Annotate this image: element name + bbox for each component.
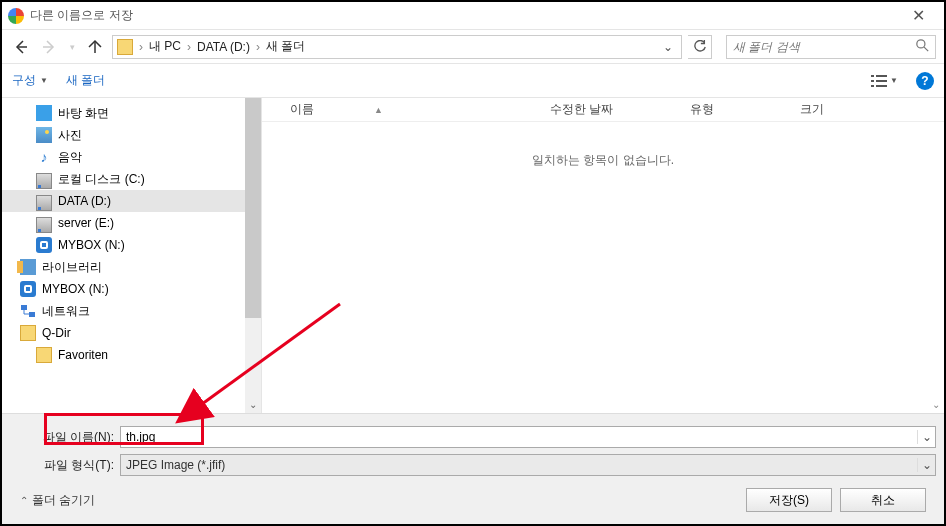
chevron-right-icon[interactable]: ›	[254, 40, 262, 54]
hide-folders-label: 폴더 숨기기	[32, 492, 95, 509]
caret-icon: ⌃	[20, 495, 28, 506]
filetype-label: 파일 형식(T):	[10, 457, 120, 474]
window-title: 다른 이름으로 저장	[30, 7, 898, 24]
filename-label: 파일 이름(N):	[10, 429, 120, 446]
tree-scroll-down[interactable]: ⌄	[245, 397, 261, 413]
tree-item-favoriten[interactable]: Favoriten	[2, 344, 261, 366]
disk-icon	[36, 173, 52, 189]
music-icon: ♪	[36, 149, 52, 165]
folder-icon	[117, 39, 133, 55]
file-scroll-down[interactable]: ⌄	[928, 397, 944, 413]
tree-item-qdir[interactable]: Q-Dir	[2, 322, 261, 344]
desktop-icon	[36, 105, 52, 121]
svg-rect-4	[876, 80, 887, 82]
svg-rect-7	[21, 305, 27, 310]
tree-item-data-d[interactable]: DATA (D:)	[2, 190, 261, 212]
view-options-button[interactable]: ▼	[871, 74, 898, 88]
filetype-combo[interactable]: JPEG Image (*.jfif) ⌄	[120, 454, 936, 476]
help-icon: ?	[921, 74, 928, 88]
mybox-icon	[20, 281, 36, 297]
help-button[interactable]: ?	[916, 72, 934, 90]
tree-item-mybox-n[interactable]: MYBOX (N:)	[2, 234, 261, 256]
view-icon	[871, 74, 887, 88]
dialog-footer: ⌃ 폴더 숨기기 저장(S) 취소	[10, 482, 936, 518]
breadcrumb-drive[interactable]: DATA (D:)	[193, 40, 254, 54]
arrow-right-icon	[41, 39, 57, 55]
search-icon	[916, 39, 929, 55]
organize-label: 구성	[12, 72, 36, 89]
folder-icon	[20, 325, 36, 341]
column-name[interactable]: 이름▲	[280, 101, 540, 118]
libraries-icon	[20, 259, 36, 275]
search-box[interactable]	[726, 35, 936, 59]
new-folder-button[interactable]: 새 폴더	[66, 72, 105, 89]
cancel-button[interactable]: 취소	[840, 488, 926, 512]
tree-item-desktop[interactable]: 바탕 화면	[2, 102, 261, 124]
disk-icon	[36, 195, 52, 211]
back-button[interactable]	[10, 36, 32, 58]
column-size[interactable]: 크기	[790, 101, 834, 118]
column-type[interactable]: 유형	[680, 101, 790, 118]
arrow-up-icon	[87, 39, 103, 55]
mybox-icon	[36, 237, 52, 253]
forward-button[interactable]	[38, 36, 60, 58]
svg-rect-2	[876, 75, 887, 77]
tree-item-server-e[interactable]: server (E:)	[2, 212, 261, 234]
chevron-right-icon[interactable]: ›	[185, 40, 193, 54]
filetype-dropdown[interactable]: ⌄	[917, 458, 935, 472]
tree-item-libraries[interactable]: 라이브러리	[2, 256, 261, 278]
svg-rect-8	[29, 312, 35, 317]
refresh-icon	[693, 40, 707, 54]
filename-input[interactable]	[121, 430, 917, 444]
navbar: ▾ › 내 PC › DATA (D:) › 새 폴더 ⌄	[2, 30, 944, 64]
tree-item-music[interactable]: ♪음악	[2, 146, 261, 168]
filetype-row: 파일 형식(T): JPEG Image (*.jfif) ⌄	[10, 454, 936, 476]
empty-message: 일치하는 항목이 없습니다.	[262, 122, 944, 169]
body: 바탕 화면 사진 ♪음악 로컬 디스크 (C:) DATA (D:) serve…	[2, 98, 944, 413]
tree-item-pictures[interactable]: 사진	[2, 124, 261, 146]
chevron-right-icon[interactable]: ›	[137, 40, 145, 54]
breadcrumb-folder[interactable]: 새 폴더	[262, 38, 309, 55]
address-dropdown[interactable]: ⌄	[659, 40, 677, 54]
chevron-down-icon: ▼	[40, 76, 48, 85]
tree-item-local-disk[interactable]: 로컬 디스크 (C:)	[2, 168, 261, 190]
filename-field[interactable]: ⌄	[120, 426, 936, 448]
titlebar: 다른 이름으로 저장 ✕	[2, 2, 944, 30]
close-button[interactable]: ✕	[898, 6, 938, 25]
tree-item-network[interactable]: 네트워크	[2, 300, 261, 322]
folder-tree: 바탕 화면 사진 ♪음악 로컬 디스크 (C:) DATA (D:) serve…	[2, 98, 262, 413]
file-list: 이름▲ 수정한 날짜 유형 크기 일치하는 항목이 없습니다. ⌄	[262, 98, 944, 413]
tree-item-mybox-n2[interactable]: MYBOX (N:)	[2, 278, 261, 300]
svg-rect-1	[871, 75, 874, 77]
pictures-icon	[36, 127, 52, 143]
breadcrumb-root[interactable]: 내 PC	[145, 38, 185, 55]
up-button[interactable]	[84, 36, 106, 58]
search-input[interactable]	[733, 40, 916, 54]
tree-scroll-thumb[interactable]	[245, 98, 261, 318]
new-folder-label: 새 폴더	[66, 72, 105, 89]
folder-icon	[36, 347, 52, 363]
toolbar: 구성 ▼ 새 폴더 ▼ ?	[2, 64, 944, 98]
refresh-button[interactable]	[688, 35, 712, 59]
svg-rect-3	[871, 80, 874, 82]
column-date[interactable]: 수정한 날짜	[540, 101, 680, 118]
save-as-dialog: 다른 이름으로 저장 ✕ ▾ › 내 PC › DATA (D:) › 새 폴더…	[0, 0, 946, 526]
svg-rect-6	[876, 85, 887, 87]
svg-point-0	[917, 39, 925, 47]
hide-folders-button[interactable]: ⌃ 폴더 숨기기	[20, 492, 95, 509]
sort-indicator-icon: ▲	[374, 105, 383, 115]
filetype-value: JPEG Image (*.jfif)	[121, 458, 917, 472]
filename-dropdown[interactable]: ⌄	[917, 430, 935, 444]
filename-row: 파일 이름(N): ⌄	[10, 426, 936, 448]
file-list-header: 이름▲ 수정한 날짜 유형 크기	[262, 98, 944, 122]
arrow-left-icon	[13, 39, 29, 55]
address-bar[interactable]: › 내 PC › DATA (D:) › 새 폴더 ⌄	[112, 35, 682, 59]
disk-icon	[36, 217, 52, 233]
svg-rect-5	[871, 85, 874, 87]
save-panel: 파일 이름(N): ⌄ 파일 형식(T): JPEG Image (*.jfif…	[2, 413, 944, 524]
chrome-icon	[8, 8, 24, 24]
chevron-down-icon: ▼	[890, 76, 898, 85]
recent-dropdown[interactable]: ▾	[66, 36, 78, 58]
organize-button[interactable]: 구성 ▼	[12, 72, 48, 89]
save-button[interactable]: 저장(S)	[746, 488, 832, 512]
